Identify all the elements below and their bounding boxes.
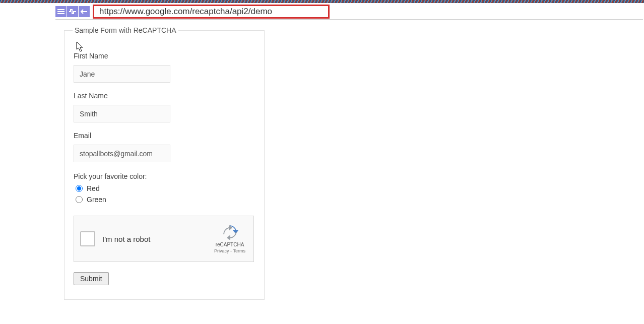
pulse-icon: [69, 9, 77, 15]
recaptcha-privacy-link[interactable]: Privacy: [214, 248, 229, 253]
recaptcha-checkbox[interactable]: [80, 231, 95, 246]
radio-red-label: Red: [87, 184, 100, 192]
submit-button[interactable]: Submit: [74, 272, 109, 285]
first-name-input[interactable]: [74, 65, 170, 83]
toolbar-divider: [55, 19, 643, 20]
recaptcha-brand: reCAPTCHA Privacy - Terms: [212, 225, 247, 253]
recaptcha-brand-name: reCAPTCHA: [216, 242, 244, 247]
radio-row-green: Green: [74, 196, 255, 204]
radio-green-label: Green: [87, 196, 106, 204]
hamburger-icon: [57, 9, 65, 15]
menu-button[interactable]: [55, 6, 67, 17]
color-prompt: Pick your favorite color:: [74, 172, 255, 180]
activity-button[interactable]: [67, 6, 78, 17]
arrow-left-icon: [80, 9, 88, 15]
email-input[interactable]: [74, 145, 170, 162]
url-bar[interactable]: https://www.google.com/recaptcha/api2/de…: [93, 5, 330, 19]
recaptcha-widget: I'm not a robot reCAPTCHA Privacy - Term…: [74, 216, 254, 262]
recaptcha-label: I'm not a robot: [102, 235, 212, 243]
last-name-input[interactable]: [74, 105, 170, 122]
email-label: Email: [74, 132, 255, 140]
recaptcha-logo-icon: [221, 225, 238, 240]
form-legend: Sample Form with ReCAPTCHA: [73, 26, 178, 34]
radio-row-red: Red: [74, 184, 255, 192]
first-name-label: First Name: [74, 52, 255, 60]
last-name-label: Last Name: [74, 92, 255, 100]
sample-form: Sample Form with ReCAPTCHA First Name La…: [64, 30, 265, 300]
back-button[interactable]: [79, 6, 90, 17]
browser-toolbar: https://www.google.com/recaptcha/api2/de…: [0, 4, 644, 19]
radio-red[interactable]: [76, 185, 83, 192]
recaptcha-terms-link[interactable]: Terms: [233, 248, 245, 253]
url-text: https://www.google.com/recaptcha/api2/de…: [99, 7, 272, 17]
radio-green[interactable]: [76, 196, 83, 203]
recaptcha-links: Privacy - Terms: [214, 248, 245, 253]
window-title-bar-pattern: [0, 0, 644, 3]
